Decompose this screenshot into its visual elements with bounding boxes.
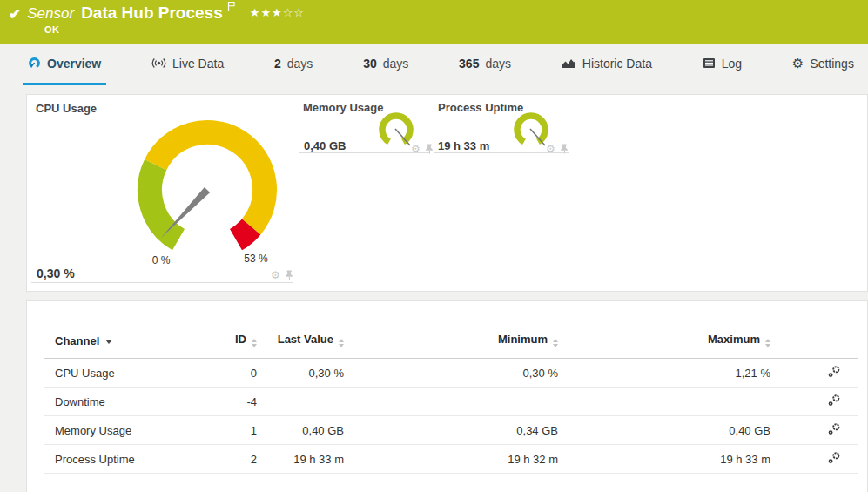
tab-overview-label: Overview bbox=[47, 57, 101, 71]
tab-live-data[interactable]: Live Data bbox=[146, 44, 229, 85]
tab-365-days-number: 365 bbox=[459, 57, 479, 71]
tab-2-days[interactable]: 2 days bbox=[269, 44, 318, 85]
cpu-gauge-needle bbox=[161, 187, 210, 238]
tab-2-days-number: 2 bbox=[274, 57, 281, 71]
tab-settings[interactable]: ⚙ Settings bbox=[787, 44, 859, 85]
cpu-gauge-title: CPU Usage bbox=[36, 102, 97, 115]
memory-gauge-value: 0,40 GB bbox=[304, 139, 346, 152]
cpu-cell-separator bbox=[31, 282, 293, 283]
channel-id: 1 bbox=[219, 416, 264, 445]
channel-name: CPU Usage bbox=[44, 359, 219, 388]
status-badge: OK bbox=[44, 24, 60, 35]
stars-filled: ★★★ bbox=[250, 6, 283, 19]
channel-settings-icon[interactable] bbox=[828, 422, 841, 435]
tab-30-days[interactable]: 30 days bbox=[358, 44, 414, 85]
memory-cell-separator bbox=[299, 152, 429, 153]
channel-maximum bbox=[565, 388, 777, 416]
cpu-gauge-value: 0,30 % bbox=[37, 266, 75, 280]
tab-historic-data[interactable]: Historic Data bbox=[556, 44, 657, 85]
tab-live-data-label: Live Data bbox=[172, 57, 224, 71]
channel-maximum: 1,21 % bbox=[565, 359, 777, 388]
cpu-pin-icon[interactable] bbox=[285, 270, 294, 280]
table-row-memory-usage: Memory Usage 1 0,40 GB 0,34 GB 0,40 GB bbox=[44, 416, 858, 445]
log-list-icon bbox=[703, 57, 716, 69]
tab-settings-label: Settings bbox=[810, 57, 854, 71]
uptime-gauge-value: 19 h 33 m bbox=[438, 139, 489, 152]
column-header-channel[interactable]: Channel bbox=[44, 333, 219, 359]
sensor-type-label: Sensor bbox=[27, 5, 74, 23]
channel-settings-icon[interactable] bbox=[828, 365, 841, 378]
sensor-name: Data Hub Process bbox=[81, 3, 223, 23]
sort-icon bbox=[553, 339, 558, 347]
priority-stars[interactable]: ★★★☆☆ bbox=[250, 6, 305, 19]
uptime-gauge[interactable] bbox=[512, 111, 550, 149]
tab-30-days-number: 30 bbox=[363, 57, 377, 71]
table-row-downtime: Downtime -4 bbox=[44, 388, 858, 416]
table-header-row: Channel ID Last Value Minimum Maximum bbox=[44, 333, 858, 359]
gear-icon: ⚙ bbox=[792, 57, 804, 70]
channels-panel: Channel ID Last Value Minimum Maximum CP… bbox=[26, 300, 868, 492]
table-row-cpu-usage: CPU Usage 0 0,30 % 0,30 % 1,21 % bbox=[44, 359, 858, 388]
column-header-maximum[interactable]: Maximum bbox=[565, 333, 777, 359]
cpu-gauge-scale-max: 53 % bbox=[237, 253, 275, 265]
memory-gauge[interactable] bbox=[377, 111, 415, 149]
area-chart-icon bbox=[562, 57, 576, 69]
cpu-gear-icon[interactable]: ⚙ bbox=[271, 270, 280, 280]
channel-name: Downtime bbox=[44, 388, 219, 416]
priority-flag-icon[interactable] bbox=[226, 0, 236, 16]
tab-log[interactable]: Log bbox=[697, 44, 747, 85]
prtg-sensor-page: { "header": { "check_glyph": "✔", "type_… bbox=[0, 0, 868, 492]
tab-365-days-label: days bbox=[485, 57, 511, 71]
channel-actions bbox=[777, 359, 858, 388]
column-header-minimum[interactable]: Minimum bbox=[351, 333, 565, 359]
channels-table-wrap: Channel ID Last Value Minimum Maximum CP… bbox=[44, 333, 857, 474]
channels-table: Channel ID Last Value Minimum Maximum CP… bbox=[44, 333, 858, 474]
channel-minimum: 0,34 GB bbox=[351, 416, 565, 445]
column-header-channel-label: Channel bbox=[55, 334, 99, 347]
channel-minimum: 0,30 % bbox=[351, 359, 565, 388]
channel-maximum: 19 h 33 m bbox=[565, 445, 777, 474]
column-header-maximum-label: Maximum bbox=[708, 333, 760, 346]
sensor-header: ✔ Sensor Data Hub Process ★★★☆☆ OK bbox=[0, 0, 868, 44]
channel-minimum: 19 h 32 m bbox=[351, 445, 565, 474]
tab-30-days-label: days bbox=[383, 57, 409, 71]
channel-last-value: 0,30 % bbox=[264, 359, 351, 388]
column-header-id-label: ID bbox=[235, 333, 246, 346]
tab-log-label: Log bbox=[722, 57, 742, 71]
tab-historic-data-label: Historic Data bbox=[582, 57, 652, 71]
table-row-process-uptime: Process Uptime 2 19 h 33 m 19 h 32 m 19 … bbox=[44, 445, 858, 474]
overview-gauges-panel: CPU Usage 0 % 53 % 0,30 % ⚙ Memory Usage… bbox=[26, 94, 868, 292]
channel-settings-icon[interactable] bbox=[828, 451, 841, 464]
cpu-gauge-scale-min: 0 % bbox=[142, 254, 180, 266]
channel-minimum bbox=[351, 388, 565, 416]
channel-settings-icon[interactable] bbox=[828, 394, 841, 407]
tab-overview[interactable]: Overview bbox=[23, 44, 106, 85]
column-header-id[interactable]: ID bbox=[219, 333, 264, 359]
cpu-gauge[interactable] bbox=[133, 116, 281, 264]
channel-last-value: 0,40 GB bbox=[264, 416, 351, 445]
channel-id: 0 bbox=[219, 359, 264, 388]
uptime-gauge-title: Process Uptime bbox=[438, 101, 523, 114]
column-header-actions bbox=[777, 333, 858, 359]
memory-gauge-title: Memory Usage bbox=[303, 101, 383, 114]
channel-last-value: 19 h 33 m bbox=[264, 445, 351, 474]
channel-id: -4 bbox=[219, 388, 264, 416]
live-signal-icon bbox=[151, 57, 166, 69]
sort-icon bbox=[339, 339, 344, 347]
tab-365-days[interactable]: 365 days bbox=[454, 44, 516, 85]
sort-icon bbox=[765, 339, 770, 347]
uptime-cell-separator bbox=[434, 152, 569, 153]
gauge-icon bbox=[28, 57, 41, 70]
channel-id: 2 bbox=[219, 445, 264, 474]
channel-last-value bbox=[264, 388, 351, 416]
sensor-title-row: ✔ Sensor Data Hub Process ★★★☆☆ bbox=[9, 3, 305, 23]
channel-actions bbox=[777, 388, 858, 416]
sort-desc-icon bbox=[105, 340, 112, 344]
status-check-icon: ✔ bbox=[9, 5, 21, 24]
cpu-cell-icons: ⚙ bbox=[271, 270, 294, 280]
column-header-last-value[interactable]: Last Value bbox=[264, 333, 351, 359]
tab-bar: Overview Live Data 2 days 30 days 365 da… bbox=[0, 44, 868, 85]
column-header-minimum-label: Minimum bbox=[498, 333, 548, 346]
column-header-last-value-label: Last Value bbox=[278, 333, 333, 346]
sort-icon bbox=[252, 339, 257, 347]
